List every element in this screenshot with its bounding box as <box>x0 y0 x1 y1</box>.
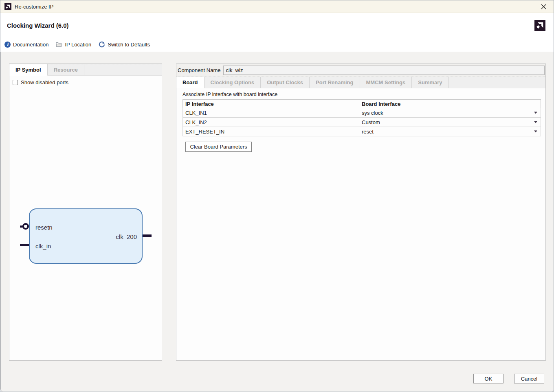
col-header-ip-interface: IP Interface <box>183 100 359 108</box>
info-icon: i <box>4 42 11 48</box>
ip-interface-cell: CLK_IN2 <box>183 118 359 127</box>
show-disabled-ports-row: Show disabled ports <box>9 76 162 85</box>
refresh-icon <box>99 41 105 48</box>
tab-port-renaming[interactable]: Port Renaming <box>310 77 360 88</box>
clear-board-parameters-button[interactable]: Clear Board Parameters <box>185 142 252 152</box>
ip-symbol-panel: IP Symbol Resource Show disabled ports r… <box>9 64 162 361</box>
dropdown-value: Custom <box>362 119 380 125</box>
ok-button[interactable]: OK <box>473 374 503 383</box>
component-name-label: Component Name <box>178 67 221 73</box>
show-disabled-ports-checkbox[interactable] <box>13 80 18 85</box>
documentation-label: Documentation <box>13 42 48 48</box>
port-label-clk-in: clk_in <box>35 243 51 250</box>
ip-interface-cell: EXT_RESET_IN <box>183 127 359 136</box>
clk-in-port-stub <box>20 244 29 246</box>
component-name-row: Component Name <box>176 64 545 77</box>
ip-symbol-content: Show disabled ports resetn clk_in clk_20… <box>9 76 162 360</box>
switch-to-defaults-button[interactable]: Switch to Defaults <box>99 41 150 48</box>
tab-clocking-options[interactable]: Clocking Options <box>204 77 261 88</box>
board-interface-table: IP Interface Board Interface CLK_IN1 sys… <box>182 99 541 136</box>
dropdown-value: sys clock <box>362 110 383 116</box>
configuration-panel: Component Name Board Clocking Options Ou… <box>176 64 546 361</box>
board-interface-dropdown-clk-in1[interactable]: sys clock <box>359 108 541 118</box>
dropdown-value: reset <box>362 129 374 135</box>
tab-ip-symbol[interactable]: IP Symbol <box>9 64 48 76</box>
board-interface-dropdown-clk-in2[interactable]: Custom <box>359 118 541 127</box>
board-tab-content: Associate IP interface with board interf… <box>176 88 545 360</box>
show-disabled-ports-label: Show disabled ports <box>21 79 68 85</box>
ip-interface-cell: CLK_IN1 <box>183 108 359 118</box>
amd-xilinx-brand-logo-icon <box>534 20 545 31</box>
ip-location-button[interactable]: IP Location <box>56 42 91 48</box>
col-header-board-interface: Board Interface <box>359 100 541 108</box>
folder-icon <box>56 42 62 47</box>
dialog-header: Clocking Wizard (6.0) <box>0 13 554 37</box>
chevron-down-icon <box>534 121 537 123</box>
close-icon <box>541 4 546 9</box>
ip-location-label: IP Location <box>65 42 91 48</box>
table-row: CLK_IN2 Custom <box>183 118 541 127</box>
close-button[interactable] <box>537 1 550 12</box>
switch-to-defaults-label: Switch to Defaults <box>108 42 150 48</box>
amd-xilinx-logo-icon <box>4 3 11 10</box>
tab-summary[interactable]: Summary <box>412 77 448 88</box>
cancel-button[interactable]: Cancel <box>514 374 544 383</box>
page-title: Clocking Wizard (6.0) <box>7 22 69 29</box>
tab-resource[interactable]: Resource <box>48 64 84 75</box>
tab-output-clocks[interactable]: Output Clocks <box>261 77 310 88</box>
recustomize-ip-dialog: Re-customize IP Clocking Wizard (6.0) i … <box>0 0 554 392</box>
resetn-active-low-bubble-icon <box>22 223 29 230</box>
tab-mmcm-settings[interactable]: MMCM Settings <box>360 77 412 88</box>
port-label-resetn: resetn <box>35 224 53 231</box>
port-label-clk-200: clk_200 <box>116 233 137 240</box>
table-row: EXT_RESET_IN reset <box>183 127 541 136</box>
dialog-body: IP Symbol Resource Show disabled ports r… <box>0 52 554 392</box>
tab-board[interactable]: Board <box>176 77 204 88</box>
ip-symbol-block: resetn clk_in clk_200 <box>29 208 143 264</box>
config-tabstrip: Board Clocking Options Output Clocks Por… <box>176 77 545 88</box>
associate-interface-label: Associate IP interface with board interf… <box>182 92 277 97</box>
board-interface-dropdown-ext-reset-in[interactable]: reset <box>359 127 541 136</box>
left-tabstrip: IP Symbol Resource <box>9 64 162 76</box>
window-title: Re-customize IP <box>15 4 53 10</box>
chevron-down-icon <box>534 112 537 114</box>
table-row: CLK_IN1 sys clock <box>183 108 541 118</box>
component-name-input[interactable] <box>223 66 545 75</box>
table-header-row: IP Interface Board Interface <box>183 100 541 108</box>
clk-200-port-stub <box>142 234 152 237</box>
toolbar: i Documentation IP Location Switch to De… <box>0 37 554 52</box>
documentation-button[interactable]: i Documentation <box>4 42 48 48</box>
chevron-down-icon <box>534 131 537 133</box>
title-bar: Re-customize IP <box>0 0 554 13</box>
